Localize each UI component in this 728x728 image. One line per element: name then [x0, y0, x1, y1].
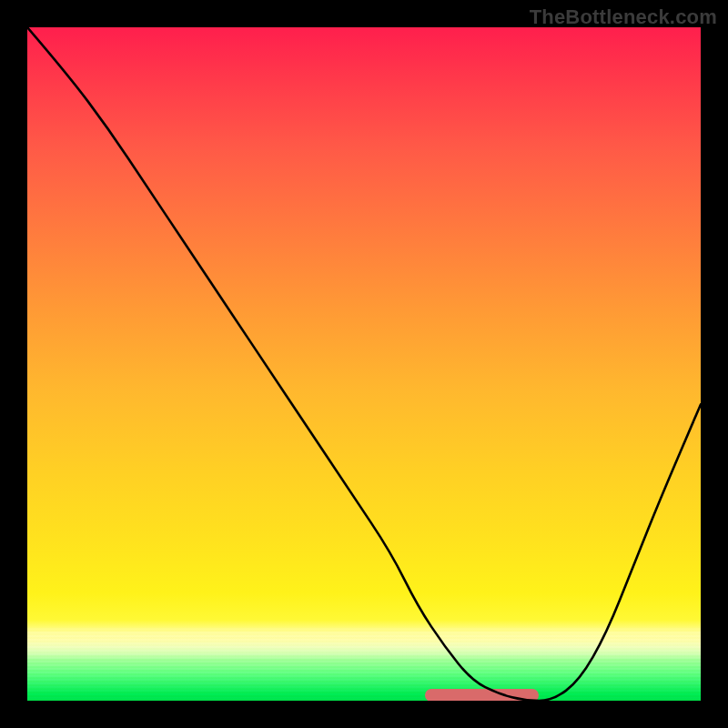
bottleneck-curve [27, 27, 701, 701]
page-root: TheBottleneck.com [0, 0, 728, 728]
plot-area [27, 27, 701, 701]
watermark-text: TheBottleneck.com [530, 5, 717, 29]
chart-svg [27, 27, 701, 701]
